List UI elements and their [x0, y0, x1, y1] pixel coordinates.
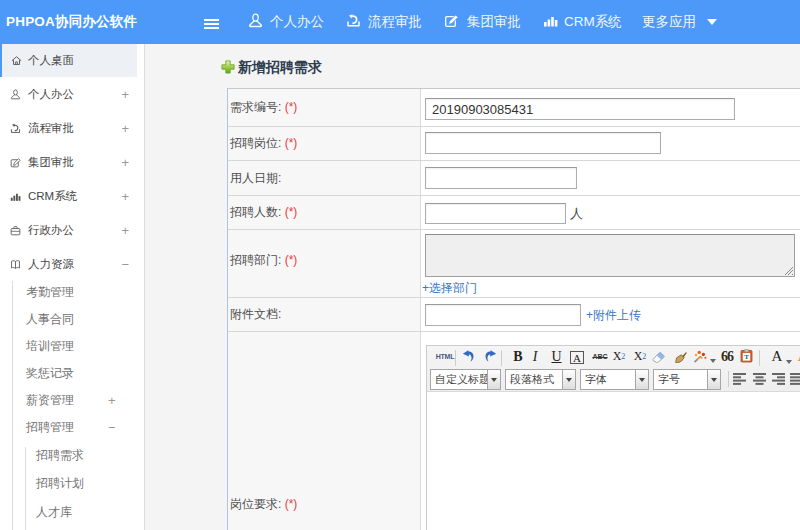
svg-text:T: T [744, 353, 749, 361]
